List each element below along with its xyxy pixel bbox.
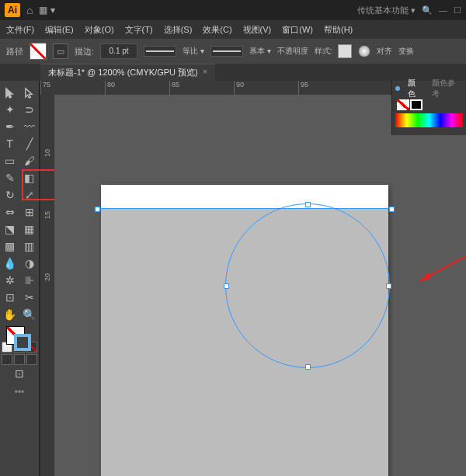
- menu-window[interactable]: 窗口(W): [282, 24, 313, 36]
- close-tab-icon[interactable]: ×: [203, 67, 207, 78]
- anchor-point[interactable]: [305, 202, 311, 207]
- anchor-point[interactable]: [224, 283, 229, 289]
- selected-path: [97, 208, 392, 210]
- selected-ellipse: [225, 203, 390, 368]
- layout-icon[interactable]: ▦ ▾: [39, 5, 54, 16]
- gradient-tool[interactable]: ▥: [19, 238, 39, 255]
- brush-tool[interactable]: 🖌: [19, 152, 39, 169]
- draw-inside[interactable]: [26, 354, 37, 365]
- opacity-label[interactable]: 不透明度: [277, 46, 308, 57]
- shape-builder-tool[interactable]: ⬔: [0, 221, 19, 238]
- selection-type: 路径: [6, 46, 23, 57]
- edit-toolbar[interactable]: •••: [0, 387, 39, 398]
- brush-def[interactable]: [144, 46, 176, 57]
- lasso-tool[interactable]: ⊃: [19, 101, 39, 118]
- width-tool[interactable]: ⇔: [0, 203, 19, 221]
- menu-help[interactable]: 帮助(H): [324, 24, 353, 36]
- minimize-icon[interactable]: —: [439, 5, 447, 16]
- color-panel[interactable]: 颜色 颜色参考: [391, 81, 466, 135]
- perspective-tool[interactable]: ▦: [19, 221, 39, 238]
- shaper-tool[interactable]: ✎: [0, 169, 19, 186]
- toolbox: ✦⊃ ✒〰 T╱ ▭🖌 ✎◧ ↻⤢ ⇔⊞ ⬔▦ ▩▥ 💧◑ ✲⊪ ⊡✂ ✋🔍 ⊡…: [0, 81, 40, 476]
- annotation-arrow: [412, 246, 466, 293]
- stroke-label: 描边:: [75, 46, 94, 57]
- rotate-tool[interactable]: ↻: [0, 186, 19, 203]
- menu-view[interactable]: 视图(V): [243, 24, 272, 36]
- mesh-tool[interactable]: ▩: [0, 238, 19, 255]
- anchor-point[interactable]: [305, 364, 311, 370]
- menu-object[interactable]: 对象(O): [85, 24, 114, 36]
- canvas[interactable]: [54, 95, 466, 476]
- fill-stroke-swatch[interactable]: [0, 323, 39, 354]
- style-swatch[interactable]: [338, 44, 352, 58]
- profile-dd[interactable]: 等比 ▾: [183, 46, 204, 57]
- magic-wand-tool[interactable]: ✦: [0, 101, 19, 118]
- blend-tool[interactable]: ◑: [19, 255, 39, 272]
- panel-stroke-swatch[interactable]: [410, 99, 423, 110]
- pen-tool[interactable]: ✒: [0, 118, 19, 135]
- svg-line-0: [419, 250, 466, 281]
- panel-fill-swatch[interactable]: [397, 99, 409, 110]
- anchor-point[interactable]: [386, 283, 391, 289]
- selection-tool[interactable]: [0, 84, 19, 101]
- screen-mode[interactable]: ⊡: [0, 365, 39, 382]
- style-label: 样式:: [315, 46, 332, 57]
- document-name: 未标题-1* @ 1200% (CMYK/GPU 预览): [48, 67, 198, 78]
- symbol-tool[interactable]: ✲: [0, 272, 19, 289]
- rectangle-tool[interactable]: ▭: [0, 152, 19, 169]
- eraser-tool[interactable]: ◧: [19, 169, 39, 186]
- eyedropper-tool[interactable]: 💧: [0, 255, 19, 272]
- panel-indicator-icon: [395, 86, 400, 91]
- brush-style[interactable]: [210, 46, 243, 57]
- menu-type[interactable]: 文字(T): [125, 24, 153, 36]
- document-tab[interactable]: 未标题-1* @ 1200% (CMYK/GPU 预览) ×: [40, 64, 215, 81]
- direct-select-tool[interactable]: [19, 84, 39, 101]
- type-tool[interactable]: T: [0, 135, 19, 152]
- menu-select[interactable]: 选择(S): [164, 24, 193, 36]
- hand-tool[interactable]: ✋: [0, 306, 19, 323]
- brush-dd[interactable]: 基本 ▾: [249, 46, 271, 57]
- zoom-tool[interactable]: 🔍: [19, 306, 39, 323]
- menu-edit[interactable]: 编辑(E): [45, 24, 74, 36]
- curvature-tool[interactable]: 〰: [19, 118, 39, 135]
- tab-color[interactable]: 颜色: [403, 78, 427, 99]
- menu-effect[interactable]: 效果(C): [203, 24, 231, 36]
- transform-link[interactable]: 变换: [398, 46, 414, 57]
- ruler-vertical: 101520: [40, 95, 55, 476]
- maximize-icon[interactable]: ☐: [454, 5, 461, 16]
- home-icon[interactable]: ⌂: [26, 4, 33, 16]
- stroke-swatch[interactable]: ▭: [53, 43, 68, 59]
- line-tool[interactable]: ╱: [19, 135, 39, 152]
- draw-normal[interactable]: [2, 354, 12, 365]
- ruler-horizontal: 7580859095: [40, 81, 396, 96]
- recolor-icon[interactable]: [358, 45, 370, 57]
- stroke-weight-input[interactable]: 0.1 pt: [100, 43, 137, 59]
- align-link[interactable]: 对齐: [377, 46, 392, 57]
- slice-tool[interactable]: ✂: [19, 289, 39, 306]
- white-rectangle-object: [101, 185, 388, 208]
- scale-tool[interactable]: ⤢: [19, 186, 39, 203]
- svg-marker-1: [419, 272, 431, 281]
- graph-tool[interactable]: ⊪: [19, 272, 39, 289]
- color-spectrum[interactable]: [395, 113, 463, 127]
- free-transform-tool[interactable]: ⊞: [19, 203, 39, 221]
- tab-color-guide[interactable]: 颜色参考: [427, 78, 466, 99]
- draw-behind[interactable]: [14, 354, 25, 365]
- workspace-switcher[interactable]: 传统基本功能 ▾: [357, 5, 416, 16]
- search-icon[interactable]: 🔍: [422, 5, 433, 16]
- artboard-tool[interactable]: ⊡: [0, 289, 19, 306]
- menu-file[interactable]: 文件(F): [6, 24, 34, 36]
- fill-swatch[interactable]: [30, 43, 47, 60]
- ai-logo: Ai: [5, 3, 20, 17]
